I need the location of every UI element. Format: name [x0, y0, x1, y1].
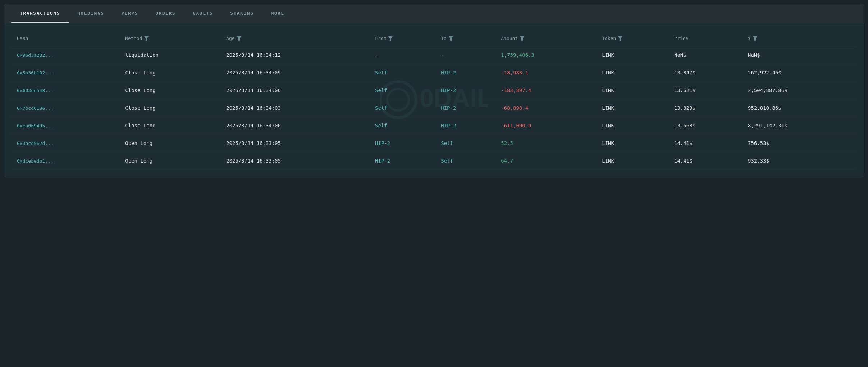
table-header-row: Hash Method [11, 31, 857, 46]
cell-to: - [435, 46, 495, 64]
table-row: 0x603ee548...Close Long2025/3/14 16:34:0… [11, 82, 857, 99]
table-container: 0DAILY Hash Method [4, 23, 864, 177]
cell-method: Close Long [119, 82, 220, 99]
table-row: 0x3acd562d...Open Long2025/3/14 16:33:05… [11, 135, 857, 152]
hash-link[interactable]: 0x603ee548... [17, 88, 54, 93]
table-row: 0x5b36b182...Close Long2025/3/14 16:34:0… [11, 64, 857, 82]
col-price: Price [668, 31, 742, 46]
tab-more[interactable]: MORE [262, 4, 293, 23]
cell-token: LINK [596, 135, 668, 152]
cell-hash: 0x96d3a282... [11, 46, 119, 64]
cell-amount: -18,988.1 [495, 64, 596, 82]
to-link[interactable]: HIP-2 [441, 105, 456, 111]
cell-age: 2025/3/14 16:34:12 [220, 46, 369, 64]
to-link[interactable]: Self [441, 140, 453, 146]
from-link[interactable]: Self [375, 70, 387, 76]
cell-amount: 64.7 [495, 152, 596, 170]
amount-filter-icon[interactable] [520, 36, 524, 41]
col-hash: Hash [11, 31, 119, 46]
hash-link[interactable]: 0x3acd562d... [17, 141, 54, 146]
cell-amount: -611,090.9 [495, 117, 596, 135]
cell-to: HIP-2 [435, 82, 495, 99]
cell-method: Close Long [119, 117, 220, 135]
cell-to: Self [435, 135, 495, 152]
col-age: Age [220, 31, 369, 46]
cell-dollar: 952,810.86$ [742, 99, 857, 117]
cell-price: NaN$ [668, 46, 742, 64]
from-filter-icon[interactable] [388, 36, 393, 41]
cell-method: Open Long [119, 135, 220, 152]
svg-marker-4 [237, 36, 241, 41]
table-body: 0x96d3a282...liquidation2025/3/14 16:34:… [11, 46, 857, 170]
col-dollar: $ [742, 31, 857, 46]
cell-token: LINK [596, 99, 668, 117]
cell-method: Open Long [119, 152, 220, 170]
svg-marker-7 [520, 36, 524, 41]
cell-age: 2025/3/14 16:34:09 [220, 64, 369, 82]
app-container: TRANSACTIONS HOLDINGS PERPS ORDERS VAULT… [4, 4, 864, 177]
nav-tabs: TRANSACTIONS HOLDINGS PERPS ORDERS VAULT… [4, 4, 864, 23]
cell-dollar: 262,922.46$ [742, 64, 857, 82]
table-row: 0xdcebedb1...Open Long2025/3/14 16:33:05… [11, 152, 857, 170]
cell-from: - [369, 46, 435, 64]
hash-link[interactable]: 0x7bcd6186... [17, 105, 54, 111]
to-link[interactable]: HIP-2 [441, 70, 456, 76]
cell-from: Self [369, 99, 435, 117]
cell-dollar: 2,504,887.86$ [742, 82, 857, 99]
cell-amount: 52.5 [495, 135, 596, 152]
cell-price: 13.621$ [668, 82, 742, 99]
hash-link[interactable]: 0x96d3a282... [17, 53, 54, 58]
token-filter-icon[interactable] [618, 36, 622, 41]
cell-price: 13.568$ [668, 117, 742, 135]
cell-hash: 0x3acd562d... [11, 135, 119, 152]
tab-perps[interactable]: PERPS [113, 4, 147, 23]
tab-orders[interactable]: ORDERS [147, 4, 184, 23]
cell-from: Self [369, 82, 435, 99]
cell-hash: 0x7bcd6186... [11, 99, 119, 117]
cell-dollar: NaN$ [742, 46, 857, 64]
from-link[interactable]: Self [375, 105, 387, 111]
cell-method: Close Long [119, 99, 220, 117]
from-link[interactable]: HIP-2 [375, 158, 390, 164]
to-filter-icon[interactable] [449, 36, 453, 41]
tab-vaults[interactable]: VAULTS [184, 4, 221, 23]
hash-link[interactable]: 0xdcebedb1... [17, 158, 54, 164]
cell-amount: -68,898.4 [495, 99, 596, 117]
dollar-filter-icon[interactable] [753, 36, 757, 41]
cell-age: 2025/3/14 16:34:03 [220, 99, 369, 117]
svg-marker-5 [388, 36, 393, 41]
method-filter-icon[interactable] [144, 36, 149, 41]
to-link[interactable]: HIP-2 [441, 123, 456, 128]
tab-holdings[interactable]: HOLDINGS [69, 4, 113, 23]
from-link[interactable]: Self [375, 123, 387, 128]
svg-marker-9 [753, 36, 757, 41]
cell-hash: 0xea0694d5... [11, 117, 119, 135]
to-link[interactable]: Self [441, 158, 453, 164]
cell-method: Close Long [119, 64, 220, 82]
cell-token: LINK [596, 64, 668, 82]
cell-age: 2025/3/14 16:33:05 [220, 135, 369, 152]
cell-token: LINK [596, 82, 668, 99]
table-wrapper: 0DAILY Hash Method [11, 31, 857, 170]
from-link[interactable]: HIP-2 [375, 140, 390, 146]
tab-transactions[interactable]: TRANSACTIONS [11, 4, 69, 23]
cell-age: 2025/3/14 16:33:05 [220, 152, 369, 170]
hash-link[interactable]: 0x5b36b182... [17, 70, 54, 76]
age-filter-icon[interactable] [237, 36, 241, 41]
cell-dollar: 756.53$ [742, 135, 857, 152]
svg-marker-8 [618, 36, 622, 41]
col-to: To [435, 31, 495, 46]
cell-amount: -183,897.4 [495, 82, 596, 99]
cell-from: HIP-2 [369, 152, 435, 170]
svg-marker-6 [449, 36, 453, 41]
cell-price: 13.829$ [668, 99, 742, 117]
table-row: 0x96d3a282...liquidation2025/3/14 16:34:… [11, 46, 857, 64]
from-link[interactable]: Self [375, 87, 387, 93]
col-from: From [369, 31, 435, 46]
cell-price: 13.847$ [668, 64, 742, 82]
tab-staking[interactable]: STAKING [221, 4, 262, 23]
hash-link[interactable]: 0xea0694d5... [17, 123, 54, 128]
to-link[interactable]: HIP-2 [441, 87, 456, 93]
cell-token: LINK [596, 117, 668, 135]
cell-price: 14.41$ [668, 135, 742, 152]
